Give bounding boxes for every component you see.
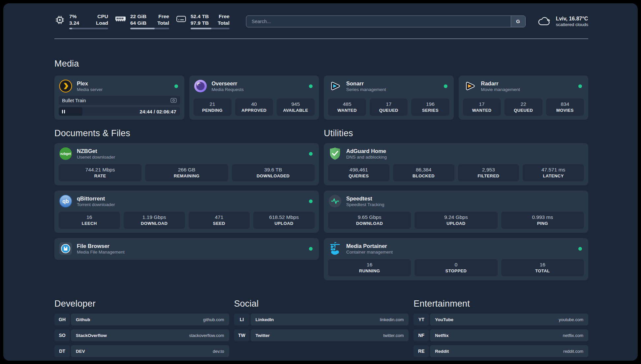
stat-box: 618.52 MbpsUPLOAD	[253, 212, 315, 229]
utilities-card-stack: AdGuard HomeDNS and adblocking498,461QUE…	[324, 143, 588, 280]
link-item-github[interactable]: Githubgithub.com	[71, 314, 229, 325]
link-url: linkedin.com	[380, 317, 404, 322]
status-online-dot	[309, 247, 313, 251]
app-card-header: RadarrMovie management	[463, 79, 584, 93]
app-card-file-browser[interactable]: File BrowserMedia File Management	[54, 238, 319, 260]
app-card-titles: AdGuard HomeDNS and adblocking	[346, 148, 387, 160]
stat-box: 0STOPPED	[414, 259, 497, 276]
link-row: SOStackOverflowstackoverflow.com	[54, 329, 229, 341]
link-url: reddit.com	[563, 349, 583, 354]
app-description: Torrent downloader	[77, 202, 115, 207]
documents-card-stack: nzbgetNZBGetUsenet downloader744.21 Mbps…	[54, 143, 319, 260]
app-card-header: qbqBittorrentTorrent downloader	[59, 194, 315, 208]
playback-time: 24:44 / 02:06:47	[140, 109, 176, 114]
link-name: LinkedIn	[256, 317, 274, 322]
status-online-dot	[444, 84, 447, 88]
link-row: GHGithubgithub.com	[54, 314, 229, 325]
svg-text:nzbget: nzbget	[60, 152, 71, 156]
memory-progress-bar	[130, 28, 169, 29]
stat-value: 1.19 Gbps	[126, 214, 183, 220]
stat-box: 9.24 GbpsUPLOAD	[414, 212, 497, 229]
memory-labels: FreeTotal	[157, 13, 169, 26]
media-card-grid: PlexMedia serverBullet Train24:44 / 02:0…	[54, 76, 588, 120]
section-title-utilities: Utilities	[324, 128, 588, 138]
stat-value: 40	[237, 101, 271, 107]
link-item-reddit[interactable]: Redditreddit.com	[430, 345, 588, 357]
app-description: Speedtest Tracking	[346, 202, 384, 207]
link-name: YouTube	[435, 317, 453, 322]
app-card-qbittorrent[interactable]: qbqBittorrentTorrent downloader16LEECH1.…	[54, 191, 319, 233]
link-name: StackOverflow	[76, 333, 107, 338]
app-card-titles: NZBGetUsenet downloader	[77, 148, 115, 160]
link-item-netflix[interactable]: Netflixnetflix.com	[430, 329, 588, 341]
search-engine-button[interactable]: G	[511, 16, 525, 27]
stat-label: WANTED	[465, 107, 499, 113]
plex-icon	[59, 79, 73, 93]
search-input[interactable]	[246, 15, 526, 27]
app-description: Media File Management	[77, 250, 125, 255]
search-bar: G	[246, 15, 526, 27]
cpu-labels: CPULoad	[96, 13, 108, 26]
app-card-media-portainer[interactable]: Media PortainerContainer management16RUN…	[324, 238, 588, 280]
link-item-stackoverflow[interactable]: StackOverflowstackoverflow.com	[71, 329, 229, 341]
app-card-radarr[interactable]: RadarrMovie management17WANTED22QUEUED83…	[459, 76, 589, 120]
stat-label: LEECH	[61, 221, 118, 226]
stat-label: SERIES	[413, 107, 447, 113]
stat-value: 39.6 TB	[234, 167, 313, 173]
stat-label: SEED	[191, 221, 248, 226]
link-item-twitter[interactable]: Twittertwitter.com	[251, 329, 409, 341]
link-tag: SO	[54, 329, 70, 341]
link-item-linkedin[interactable]: LinkedInlinkedin.com	[251, 314, 409, 325]
status-online-dot	[174, 84, 178, 88]
stat-box: 16TOTAL	[501, 259, 584, 276]
svg-text:qb: qb	[62, 198, 69, 204]
stat-box: 471SEED	[189, 212, 250, 229]
app-card-header: PlexMedia server	[59, 79, 180, 93]
stat-label: STOPPED	[416, 268, 495, 274]
playback-elapsed	[59, 107, 82, 116]
link-name: DEV	[76, 349, 85, 354]
memory-usage-widget: 22 GiB64 GiB FreeTotal	[115, 13, 169, 29]
app-card-titles: Media PortainerContainer management	[346, 243, 393, 255]
stat-box: 485WANTED	[328, 99, 366, 116]
link-tag: RE	[413, 345, 429, 357]
stat-box: 1.19 GbpsDOWNLOAD	[124, 212, 185, 229]
weather-condition: scattered clouds	[556, 22, 588, 27]
app-card-adguard-home[interactable]: AdGuard HomeDNS and adblocking498,461QUE…	[324, 143, 588, 185]
app-description: Series management	[346, 87, 386, 92]
nzbget-icon: nzbget	[59, 147, 73, 161]
app-card-nzbget[interactable]: nzbgetNZBGetUsenet downloader744.21 Mbps…	[54, 143, 319, 185]
disk-labels: FreeTotal	[218, 13, 229, 26]
link-tag: TW	[234, 329, 250, 341]
app-card-plex[interactable]: PlexMedia serverBullet Train24:44 / 02:0…	[54, 76, 184, 120]
stat-value: 17	[372, 101, 406, 107]
app-card-speedtest[interactable]: SpeedtestSpeedtest Tracking9.65 GbpsDOWN…	[324, 191, 588, 233]
adguard-icon	[328, 147, 342, 161]
stat-box: 945AVAILABLE	[277, 99, 315, 116]
app-card-sonarr[interactable]: SonarrSeries management485WANTED17QUEUED…	[324, 76, 454, 120]
link-name: Twitter	[256, 333, 270, 338]
app-card-header: SpeedtestSpeedtest Tracking	[328, 194, 584, 208]
stat-value: 196	[413, 101, 447, 107]
stat-value: 498,461	[330, 167, 387, 173]
stat-box: 2,953FILTERED	[458, 164, 519, 181]
hard-drive-icon	[176, 15, 187, 23]
app-stats-row: 21PENDING40APPROVED945AVAILABLE	[194, 95, 315, 116]
app-card-header: File BrowserMedia File Management	[59, 241, 315, 256]
link-item-dev[interactable]: DEVdev.to	[71, 345, 229, 357]
weather-location: Lviv, 16.87°C	[556, 16, 588, 22]
stat-value: 22	[506, 101, 540, 107]
link-item-youtube[interactable]: YouTubeyoutube.com	[430, 314, 588, 325]
app-stats-row: 17WANTED22QUEUED834MOVIES	[463, 95, 584, 116]
playback-progress-bar[interactable]: 24:44 / 02:06:47	[59, 107, 180, 116]
stat-box: 9.65 GbpsDOWNLOAD	[328, 212, 411, 229]
documents-column: Documents & Files nzbgetNZBGetUsenet dow…	[54, 128, 319, 280]
app-card-header: SonarrSeries management	[328, 79, 449, 93]
app-card-overseerr[interactable]: OverseerrMedia Requests21PENDING40APPROV…	[189, 76, 319, 120]
now-playing-row[interactable]: Bullet Train	[59, 96, 180, 105]
status-online-dot	[309, 199, 313, 203]
radarr-icon	[463, 79, 477, 93]
stat-value: 9.65 Gbps	[330, 214, 409, 220]
app-name: Plex	[77, 80, 103, 87]
link-tag: YT	[413, 314, 429, 325]
